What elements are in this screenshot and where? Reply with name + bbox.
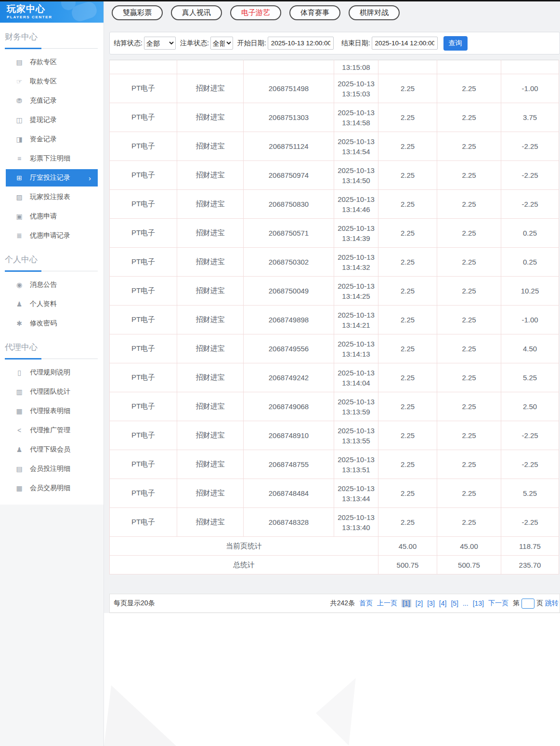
valid-bet-cell: 2.25 <box>437 74 501 103</box>
table-row: PT电子 招财进宝 2068750974 2025-10-13 13:14:50… <box>110 161 559 190</box>
sidebar-item-agent-promotion[interactable]: < 代理推广管理 <box>0 421 104 440</box>
valid-bet-cell <box>437 60 501 74</box>
sidebar-item-messages[interactable]: ◉ 消息公告 <box>0 275 104 294</box>
sidebar-item-promo-application[interactable]: ▣ 优惠申请 <box>0 207 104 226</box>
game-name-cell: 招财进宝 <box>177 392 244 421</box>
pagination-page[interactable]: [1] <box>402 599 411 607</box>
pagination-page[interactable]: [5] <box>451 599 458 607</box>
win-loss-cell: -2.25 <box>501 132 559 161</box>
table-stats-row: 总统计 500.75 500.75 235.70 <box>110 556 559 574</box>
order-no-cell: 2068749068 <box>244 392 334 421</box>
sidebar-item-label: 玩家投注报表 <box>30 193 70 201</box>
game-name-cell: 招财进宝 <box>177 74 244 103</box>
pagination-page[interactable]: [13] <box>473 599 484 607</box>
sidebar-item-agent-rules[interactable]: ▯ 代理规则说明 <box>0 363 104 382</box>
game-type-cell: PT电子 <box>110 74 177 103</box>
share-icon: < <box>15 426 24 434</box>
valid-bet-cell: 2.25 <box>437 103 501 132</box>
sidebar-item-promo-application-records[interactable]: ≣ 优惠申请记录 <box>0 226 104 245</box>
table-row: PT电子 招财进宝 2068751498 2025-10-13 13:15:03… <box>110 74 559 103</box>
sidebar-item-label: 资金记录 <box>30 135 57 144</box>
game-name-cell: 招财进宝 <box>177 219 244 248</box>
sidebar-item-label: 优惠申请 <box>30 212 57 221</box>
search-button[interactable]: 查询 <box>443 36 468 51</box>
sidebar-item-label: 厅室投注记录 <box>30 173 70 182</box>
deposit-card-icon: ▤ <box>15 58 24 66</box>
stats-winloss-cell: 235.70 <box>501 556 559 574</box>
game-type-cell: PT电子 <box>110 392 177 421</box>
prev-page-link[interactable]: 上一页 <box>377 599 397 608</box>
sidebar-item-label: 修改密码 <box>30 319 57 328</box>
bet-time-cell: 2025-10-13 13:14:21 <box>334 306 378 334</box>
app-title: 玩家中心 <box>7 4 104 14</box>
sidebar-item-profile[interactable]: ♟ 个人资料 <box>0 294 104 314</box>
game-type-cell: PT电子 <box>110 421 177 450</box>
tab-live-video[interactable]: 真人视讯 <box>171 5 222 20</box>
tab-sports-events[interactable]: 体育赛事 <box>289 5 340 20</box>
sidebar-item-member-transaction-details[interactable]: ▦ 会员交易明细 <box>0 479 104 498</box>
sidebar-menu: 财务中心 ▤ 存款专区 ☞ 取款专区 <box>0 23 104 505</box>
sidebar-item-hall-bet-records[interactable]: ⊞ 厅室投注记录 › <box>6 169 98 186</box>
bet-amount-cell: 2.25 <box>378 421 437 450</box>
valid-bet-cell: 2.25 <box>437 306 501 334</box>
sidebar-item-deposit-zone[interactable]: ▤ 存款专区 <box>0 53 104 72</box>
next-page-link[interactable]: 下一页 <box>488 599 508 608</box>
pagination-page[interactable]: [2] <box>416 599 423 607</box>
sidebar-item-withdraw-zone[interactable]: ☞ 取款专区 <box>0 72 104 91</box>
sidebar-item-agent-sub-members[interactable]: ♟ 代理下级会员 <box>0 440 104 459</box>
sidebar-item-agent-report-details[interactable]: ▦ 代理报表明细 <box>0 401 104 421</box>
first-page-link[interactable]: 首页 <box>359 599 373 608</box>
table-row: PT电子 招财进宝 2068751124 2025-10-13 13:14:54… <box>110 132 559 161</box>
sidebar-item-agent-team-stats[interactable]: ▥ 代理团队统计 <box>0 382 104 401</box>
sidebar-item-player-bet-report[interactable]: ▨ 玩家投注报表 <box>0 187 104 207</box>
table-row: PT电子 招财进宝 2068751303 2025-10-13 13:14:58… <box>110 103 559 132</box>
bet-time-cell: 2025-10-13 13:14:54 <box>334 132 378 161</box>
sidebar-item-recharge-records[interactable]: ⛃ 充值记录 <box>0 91 104 110</box>
sidebar-item-member-bet-details[interactable]: ▤ 会员投注明细 <box>0 459 104 479</box>
tab-electronic-games[interactable]: 电子游艺 <box>230 5 281 20</box>
sidebar-item-lottery-bet-details[interactable]: ≡ 彩票下注明细 <box>0 149 104 168</box>
pagination-page[interactable]: [3] <box>427 599 435 607</box>
lottery-bet-list-icon: ≡ <box>15 155 24 162</box>
start-date-input[interactable] <box>268 37 334 50</box>
valid-bet-cell: 2.25 <box>437 219 501 248</box>
game-type-cell: PT电子 <box>110 334 177 363</box>
bet-time-cell: 2025-10-13 13:13:40 <box>334 508 378 537</box>
table-row: PT电子 招财进宝 2068750830 2025-10-13 13:14:46… <box>110 190 559 219</box>
win-loss-cell: -1.00 <box>501 74 559 103</box>
sidebar-item-label: 存款专区 <box>30 58 57 67</box>
order-status-select[interactable]: 全部 <box>210 37 233 50</box>
sidebar-section-title: 财务中心 <box>5 27 98 49</box>
game-name-cell: 招财进宝 <box>177 132 244 161</box>
valid-bet-cell: 2.25 <box>437 421 501 450</box>
tab-board-card-games[interactable]: 棋牌对战 <box>349 5 400 20</box>
bet-time-cell: 2025-10-13 13:14:32 <box>334 248 378 277</box>
game-type-cell: PT电子 <box>110 479 177 508</box>
settle-status-select[interactable]: 全部 <box>144 37 176 50</box>
valid-bet-cell: 2.25 <box>437 450 501 479</box>
win-loss-cell: -2.25 <box>501 508 559 537</box>
person-icon: ♟ <box>15 300 24 308</box>
valid-bet-cell: 2.25 <box>437 392 501 421</box>
page-jump-input[interactable] <box>521 599 534 609</box>
sidebar-section: 个人中心 ◉ 消息公告 ♟ 个人资料 <box>0 245 104 333</box>
member-trade-clipboard-icon: ▦ <box>15 484 24 492</box>
sidebar-item-label: 个人资料 <box>30 300 57 308</box>
tab-double-win-lottery[interactable]: 雙贏彩票 <box>112 5 163 20</box>
hall-bet-grid-icon: ⊞ <box>15 174 24 182</box>
sidebar-item-funds-records[interactable]: ◨ 资金记录 <box>0 130 104 149</box>
game-type-cell: PT电子 <box>110 450 177 479</box>
win-loss-cell: 5.25 <box>501 479 559 508</box>
sidebar-item-change-password[interactable]: ✱ 修改密码 <box>0 314 104 333</box>
end-date-input[interactable] <box>372 37 438 50</box>
game-name-cell: 招财进宝 <box>177 421 244 450</box>
jump-go-link[interactable]: 跳转 <box>545 599 559 608</box>
sidebar-item-label: 提现记录 <box>30 116 57 124</box>
per-page-text: 每页显示20条 <box>114 599 155 608</box>
order-no-cell: 2068748910 <box>244 421 334 450</box>
game-name-cell: 招财进宝 <box>177 508 244 537</box>
stats-valid-cell: 500.75 <box>437 556 501 574</box>
sidebar-item-withdrawal-records[interactable]: ◫ 提现记录 <box>0 110 104 130</box>
pagination-page[interactable]: [4] <box>439 599 447 607</box>
game-name-cell: 招财进宝 <box>177 363 244 392</box>
